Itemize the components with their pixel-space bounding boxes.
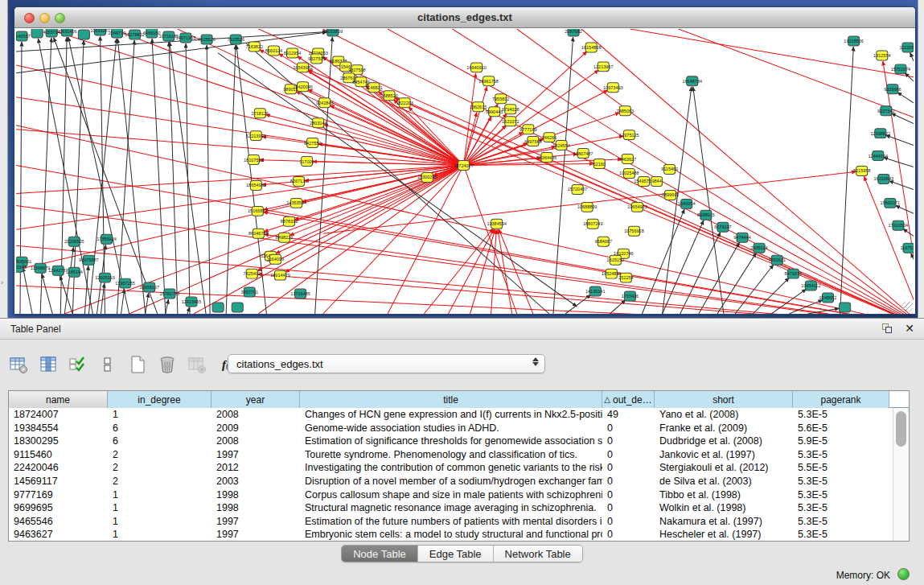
- graph-node[interactable]: 7615526: [227, 35, 244, 44]
- graph-node[interactable]: 8912954: [284, 48, 302, 58]
- graph-edge[interactable]: [642, 209, 684, 314]
- graph-node[interactable]: 2718126: [252, 109, 269, 118]
- graph-edge[interactable]: [895, 205, 914, 213]
- table-row[interactable]: 911546021997Tourette syndrome. Phenomeno…: [9, 448, 893, 462]
- graph-node[interactable]: 10025488: [619, 169, 639, 179]
- graph-node[interactable]: 1112054: [900, 43, 914, 52]
- show-columns-button[interactable]: [38, 354, 59, 375]
- graph-node[interactable]: 8938923: [697, 210, 715, 220]
- graph-node[interactable]: 8878332: [281, 216, 298, 226]
- graph-edge[interactable]: [322, 56, 463, 165]
- table-row[interactable]: 969969511998Structural magnetic resonanc…: [9, 501, 893, 515]
- graph-edge[interactable]: [290, 166, 463, 236]
- graph-node[interactable]: 1145194: [66, 267, 83, 277]
- graph-node[interactable]: 12938822: [871, 129, 891, 138]
- tab-node-table[interactable]: Node Table: [342, 546, 418, 562]
- column-header-title[interactable]: title: [300, 391, 602, 408]
- graph-node[interactable]: 20206505: [64, 237, 84, 246]
- graph-edge[interactable]: [891, 113, 914, 124]
- table-row[interactable]: 1872400712008Changes of HCN gene express…: [9, 408, 893, 422]
- graph-node[interactable]: 9844: [651, 176, 663, 186]
- graph-node[interactable]: 12905193: [95, 273, 115, 282]
- row-height-button[interactable]: [97, 354, 118, 375]
- table-row[interactable]: 977716911998Corpus callosum shape and si…: [9, 488, 893, 502]
- table-mode-button[interactable]: [8, 354, 29, 375]
- graph-node[interactable]: 7485063: [617, 106, 634, 116]
- graph-node[interactable]: 9115460: [661, 165, 678, 175]
- graph-node[interactable]: 12975125: [619, 130, 639, 140]
- graph-node[interactable]: [31, 29, 43, 38]
- column-header-short[interactable]: short: [655, 391, 793, 408]
- graph-edge[interactable]: [463, 73, 475, 166]
- graph-edge[interactable]: [452, 29, 914, 314]
- graph-node[interactable]: 6990443: [486, 107, 503, 117]
- graph-node[interactable]: 9684067: [595, 237, 613, 246]
- network-view-window[interactable]: citations_edges.txt 16405574055714206914…: [14, 6, 916, 315]
- graph-edge[interactable]: [388, 166, 463, 314]
- table-selector-dropdown[interactable]: citations_edges.txt: [228, 354, 545, 373]
- window-resize-grip[interactable]: [901, 302, 913, 313]
- vertical-scrollbar[interactable]: [893, 408, 909, 541]
- network-graph[interactable]: 1640557405571420691406106532872049719152…: [16, 29, 914, 314]
- graph-node[interactable]: 16961758: [478, 76, 499, 86]
- graph-edge[interactable]: [187, 307, 190, 314]
- graph-node[interactable]: 15278602: [125, 30, 145, 39]
- graph-node[interactable]: 8267130: [290, 176, 308, 186]
- graph-edge[interactable]: [903, 229, 914, 236]
- graph-edge[interactable]: [152, 39, 166, 314]
- graph-node[interactable]: 19218506: [844, 36, 864, 46]
- graph-edge[interactable]: [16, 166, 463, 270]
- delete-column-button[interactable]: [157, 354, 178, 375]
- graph-node[interactable]: 12444194: [869, 151, 889, 161]
- graph-node[interactable]: [840, 303, 851, 312]
- column-header-year[interactable]: year: [211, 391, 300, 408]
- graph-node[interactable]: 1312554: [873, 51, 891, 60]
- graph-node[interactable]: 18807249: [583, 219, 603, 229]
- graph-node[interactable]: 1733426: [622, 291, 639, 301]
- graph-edge[interactable]: [207, 45, 210, 314]
- graph-node[interactable]: 14353534: [286, 198, 306, 208]
- tab-network-table[interactable]: Network Table: [494, 546, 582, 562]
- graph-edge[interactable]: [101, 283, 104, 314]
- graph-node[interactable]: 16154808: [581, 43, 602, 52]
- select-all-columns-button[interactable]: [68, 354, 88, 375]
- graph-node[interactable]: 18654982: [246, 180, 266, 190]
- graph-node[interactable]: 16782753: [160, 289, 180, 299]
- table-row[interactable]: 1830029562008Estimation of significance …: [9, 435, 893, 448]
- graph-node[interactable]: 14136141: [585, 286, 606, 296]
- graph-edge[interactable]: [117, 39, 145, 314]
- graph-edge[interactable]: [388, 29, 914, 314]
- graph-edge[interactable]: [717, 253, 756, 314]
- network-canvas[interactable]: 1640557405571420691406106532872049719152…: [16, 29, 914, 314]
- graph-node[interactable]: 18107552: [244, 155, 264, 165]
- column-header-in_degree[interactable]: in_degree: [108, 391, 211, 408]
- graph-edge[interactable]: [16, 130, 463, 166]
- graph-node[interactable]: 9463627: [619, 154, 637, 164]
- graph-node[interactable]: [232, 303, 243, 312]
- graph-node[interactable]: 252254: [618, 273, 633, 282]
- graph-node[interactable]: 8215958: [853, 167, 871, 176]
- graph-node[interactable]: 10653287: [90, 29, 110, 35]
- graph-node[interactable]: 12213967: [593, 62, 614, 72]
- graph-node[interactable]: 19384554: [487, 219, 507, 229]
- graph-node[interactable]: 12923465: [182, 297, 202, 307]
- graph-node[interactable]: 6466160: [143, 29, 161, 38]
- table-row[interactable]: 1456911722003Disruption of a novel membe…: [9, 475, 893, 488]
- right-splitter-strip[interactable]: [918, 0, 924, 318]
- graph-edge[interactable]: [565, 295, 591, 314]
- graph-node[interactable]: 9427552: [304, 138, 322, 148]
- graph-node[interactable]: 15720407: [568, 184, 588, 194]
- graph-node[interactable]: 10756928: [624, 226, 644, 236]
- graph-edge[interactable]: [491, 229, 497, 314]
- graph-node[interactable]: 15166857: [248, 206, 268, 216]
- graph-node[interactable]: 1167533: [900, 243, 914, 253]
- left-splitter-strip[interactable]: ›: [0, 0, 8, 318]
- graph-edge[interactable]: [60, 276, 72, 314]
- graph-node[interactable]: 6794028: [502, 105, 519, 114]
- graph-node[interactable]: 16053809: [322, 29, 343, 36]
- graph-edge[interactable]: [897, 93, 914, 103]
- graph-edge[interactable]: [610, 300, 626, 314]
- table-row[interactable]: 1938455462009Genome-wide association stu…: [9, 422, 893, 435]
- graph-node[interactable]: 1640557: [16, 31, 31, 41]
- graph-node[interactable]: 20691406: [57, 29, 77, 36]
